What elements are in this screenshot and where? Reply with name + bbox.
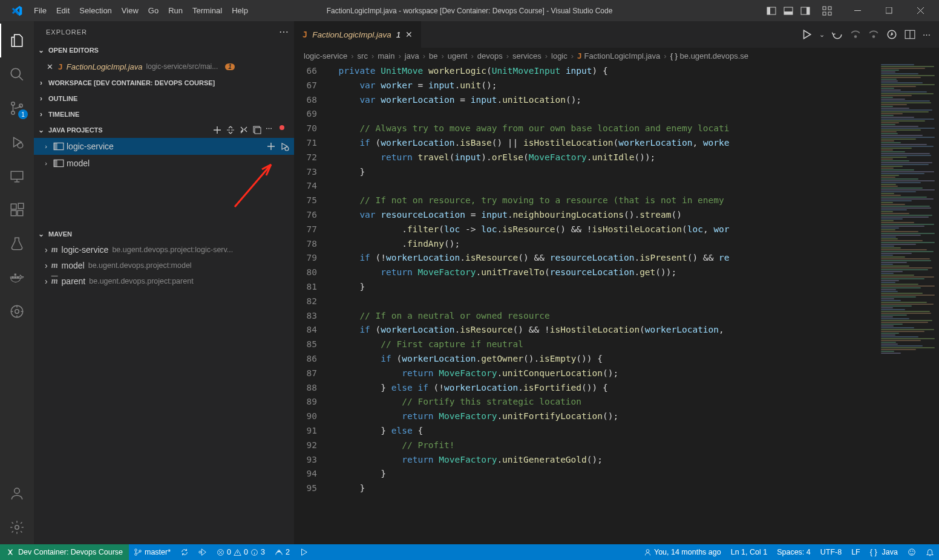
status-bar: Dev Container: Devops Course master* 0 0… <box>0 544 939 560</box>
open-editor-item[interactable]: ✕ J FactionLogicImpl.java logic-service/… <box>34 58 294 75</box>
status-spaces[interactable]: Spaces: 4 <box>772 544 816 560</box>
close-icon[interactable]: ✕ <box>45 62 54 71</box>
project-icon <box>53 158 64 169</box>
chevron-down-icon[interactable]: ⌄ <box>819 31 825 39</box>
breadcrumb[interactable]: logic-service› src› main› java› be› ugen… <box>294 48 939 63</box>
close-icon[interactable]: ✕ <box>405 30 413 39</box>
menu-edit[interactable]: Edit <box>51 0 74 21</box>
activity-gitlens-icon[interactable] <box>0 295 34 328</box>
status-branch[interactable]: master* <box>129 544 175 560</box>
error-dot-icon <box>280 125 284 130</box>
menu-terminal[interactable]: Terminal <box>188 0 227 21</box>
menu-file[interactable]: File <box>29 0 51 21</box>
tab-bar: J FactionLogicImpl.java 1 ✕ ⌄ ⋯ <box>294 21 939 48</box>
svg-rect-20 <box>18 210 23 216</box>
menu-help[interactable]: Help <box>227 0 253 21</box>
line-number-gutter[interactable]: 66 67 68 69 70 71 72 73 74 75 76 77 78 7… <box>294 63 328 544</box>
step-back-icon[interactable] <box>868 29 879 40</box>
more-icon[interactable]: ⋯ <box>266 125 272 135</box>
status-debug[interactable] <box>295 544 313 560</box>
open-editors-header[interactable]: ⌄ OPEN EDITORS <box>34 42 294 58</box>
minimize-icon[interactable] <box>843 0 871 21</box>
status-cursor[interactable]: Ln 1, Col 1 <box>726 544 772 560</box>
status-sync[interactable] <box>175 544 194 560</box>
more-icon[interactable]: ⋯ <box>279 26 289 37</box>
maven-header[interactable]: ⌄ MAVEN <box>34 226 294 242</box>
split-icon[interactable] <box>905 29 915 40</box>
chevron-down-icon: ⌄ <box>36 230 46 238</box>
status-live-share[interactable] <box>194 544 212 560</box>
more-icon[interactable]: ⋯ <box>923 30 931 39</box>
svg-point-27 <box>15 310 19 314</box>
chevron-right-icon: › <box>45 245 48 255</box>
minimap[interactable] <box>878 63 939 544</box>
layout-left-icon[interactable] <box>765 4 778 18</box>
svg-point-34 <box>285 147 289 151</box>
svg-point-29 <box>15 526 19 530</box>
file-label: FactionLogicImpl.java <box>67 62 143 71</box>
svg-point-37 <box>854 35 857 38</box>
status-feedback-icon[interactable] <box>903 544 921 560</box>
layout-bottom-icon[interactable] <box>782 4 795 18</box>
status-problems[interactable]: 0 0 3 <box>212 544 270 560</box>
status-encoding[interactable]: UTF-8 <box>816 544 846 560</box>
svg-point-14 <box>11 111 15 114</box>
status-lang[interactable]: { }Java <box>865 544 903 560</box>
svg-rect-1 <box>767 7 770 15</box>
svg-point-12 <box>11 68 20 77</box>
run-icon[interactable] <box>801 29 812 40</box>
add-icon[interactable] <box>266 142 276 151</box>
activity-debug-icon[interactable] <box>0 125 34 159</box>
activity-scm-icon[interactable]: 1 <box>0 91 34 125</box>
maven-logic-service[interactable]: › m logic-service be.ugent.devops.projec… <box>34 242 294 258</box>
java-projects-header[interactable]: ⌄ JAVA PROJECTS ⋯ <box>34 122 294 138</box>
editor-tab[interactable]: J FactionLogicImpl.java 1 ✕ <box>294 21 422 48</box>
svg-rect-3 <box>784 11 793 15</box>
outline-header[interactable]: › OUTLINE <box>34 91 294 106</box>
status-bell-icon[interactable] <box>921 544 939 560</box>
customize-layout-icon[interactable] <box>820 4 834 18</box>
activity-settings-icon[interactable] <box>0 510 34 544</box>
activity-account-icon[interactable] <box>0 477 34 510</box>
activity-extensions-icon[interactable] <box>0 193 34 227</box>
workspace-header[interactable]: › WORKSPACE [DEV CONTAINER: DEVOPS COURS… <box>34 75 294 91</box>
build-icon[interactable] <box>239 125 249 135</box>
java-project-logic-service[interactable]: › logic-service <box>34 138 294 155</box>
svg-point-16 <box>18 143 23 148</box>
maven-model[interactable]: › m model be.ugent.devops.project:model <box>34 258 294 273</box>
status-ports[interactable]: 2 <box>270 544 295 560</box>
layout-right-icon[interactable] <box>799 4 812 18</box>
compass-icon[interactable] <box>886 29 897 40</box>
status-remote[interactable]: Dev Container: Devops Course <box>0 544 129 560</box>
chevron-down-icon: ⌄ <box>36 126 46 134</box>
maximize-icon[interactable] <box>875 0 903 21</box>
timeline-header[interactable]: › TIMELINE <box>34 106 294 122</box>
close-icon[interactable] <box>906 0 934 21</box>
svg-rect-18 <box>11 204 16 209</box>
svg-rect-10 <box>854 10 861 11</box>
activity-test-icon[interactable] <box>0 227 34 261</box>
collapse-icon[interactable] <box>252 125 262 135</box>
code-editor[interactable]: private UnitMove workerLogic(UnitMoveInp… <box>328 63 878 544</box>
menu-selection[interactable]: Selection <box>74 0 116 21</box>
activity-remote-icon[interactable] <box>0 159 34 193</box>
add-icon[interactable] <box>212 125 222 135</box>
activity-search-icon[interactable] <box>0 57 34 91</box>
svg-rect-17 <box>11 171 23 179</box>
menu-run[interactable]: Run <box>163 0 188 21</box>
expand-icon[interactable] <box>226 125 235 135</box>
java-project-model[interactable]: › model <box>34 155 294 172</box>
maven-icon: m <box>51 261 58 270</box>
menu-go[interactable]: Go <box>143 0 163 21</box>
activity-docker-icon[interactable] <box>0 261 34 295</box>
status-blame[interactable]: You, 14 months ago <box>639 544 726 560</box>
step-icon[interactable] <box>832 29 843 40</box>
sidebar: EXPLORER ⋯ ⌄ OPEN EDITORS ✕ J FactionLog… <box>34 21 294 544</box>
menu-view[interactable]: View <box>117 0 143 21</box>
step-over-icon[interactable] <box>850 29 861 40</box>
activity-explorer-icon[interactable] <box>0 24 34 57</box>
maven-parent[interactable]: › m parent be.ugent.devops.project:paren… <box>34 273 294 289</box>
run-debug-icon[interactable] <box>280 142 289 151</box>
java-file-icon: J <box>577 51 582 60</box>
status-eol[interactable]: LF <box>846 544 865 560</box>
